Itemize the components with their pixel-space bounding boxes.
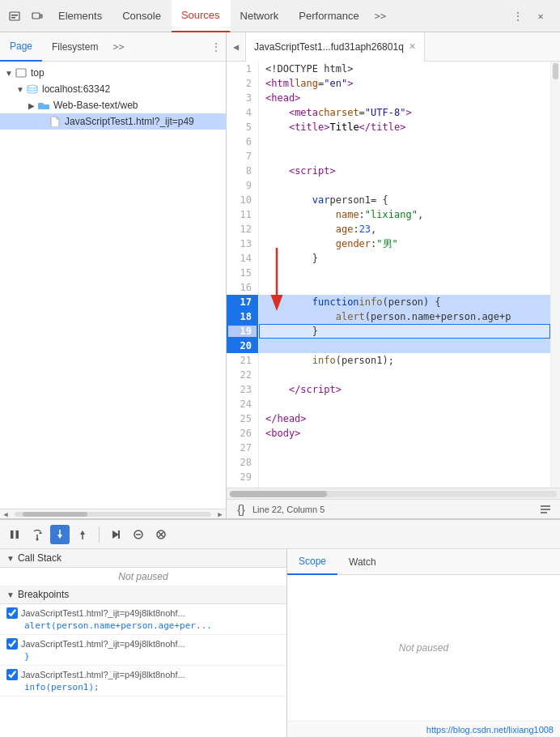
- line-num-5[interactable]: 5: [227, 120, 258, 134]
- tree-item-folder[interactable]: ▶ Web-Base-text/web: [0, 97, 226, 113]
- tree-arrow: ▼: [15, 85, 26, 94]
- line-num-4[interactable]: 4: [227, 105, 258, 120]
- line-num-3[interactable]: 3: [227, 91, 258, 105]
- code-line-20: [259, 339, 550, 353]
- format-btn[interactable]: {}: [233, 501, 249, 518]
- editor-tab-file[interactable]: JavaScriptTest1...fud31aph26801q ✕: [246, 32, 425, 62]
- tree-item-top[interactable]: ▼ top: [0, 65, 226, 81]
- more-left-tabs[interactable]: >>: [108, 32, 129, 62]
- horizontal-scrollbar[interactable]: [227, 488, 560, 499]
- tab-performance[interactable]: Performance: [289, 0, 369, 32]
- line-num-17[interactable]: 17: [227, 295, 258, 309]
- line-num-24[interactable]: 24: [227, 397, 258, 411]
- code-line-25: </head>: [259, 411, 550, 426]
- line-num-16[interactable]: 16: [227, 280, 258, 295]
- line-numbers: 1234567891011121314151617181920212223242…: [227, 62, 259, 488]
- line-num-18[interactable]: 18: [227, 309, 258, 324]
- vertical-scrollbar[interactable]: [550, 62, 560, 488]
- editor-nav-btn[interactable]: ◀: [227, 32, 246, 62]
- code-content[interactable]: <!DOCTYPE html><html lang="en"><head> <m…: [259, 62, 550, 488]
- line-num-20[interactable]: 20: [227, 339, 258, 353]
- code-line-29: [259, 470, 550, 484]
- breakpoints-list: JavaScriptTest1.html?_ijt=p49j8lkt8nohf.…: [0, 604, 286, 737]
- line-num-10[interactable]: 10: [227, 193, 258, 207]
- call-stack-status: Not paused: [118, 571, 168, 582]
- status-bar: {} Line 22, Column 5: [227, 499, 560, 518]
- breakpoints-header[interactable]: ▼ Breakpoints: [0, 586, 286, 604]
- line-num-28[interactable]: 28: [227, 455, 258, 470]
- line-num-11[interactable]: 11: [227, 207, 258, 222]
- svg-rect-2: [11, 17, 15, 19]
- line-num-13[interactable]: 13: [227, 236, 258, 251]
- tab-network[interactable]: Network: [231, 0, 290, 32]
- line-num-19[interactable]: 19: [227, 324, 258, 339]
- tab-console[interactable]: Console: [112, 0, 172, 32]
- not-paused-text: Not paused: [399, 642, 448, 654]
- line-num-26[interactable]: 26: [227, 426, 258, 441]
- line-num-12[interactable]: 12: [227, 222, 258, 236]
- tab-scope[interactable]: Scope: [287, 549, 337, 575]
- bottom-content: ▼ Call Stack Not paused ▼ Breakpoints Ja…: [0, 549, 560, 737]
- devtools-tabs: Elements Console Sources Network Perform…: [0, 0, 560, 32]
- url-link[interactable]: https://blog.csdn.net/lixiang1008: [426, 725, 554, 735]
- tab-sources[interactable]: Sources: [172, 0, 231, 32]
- svg-marker-17: [112, 530, 119, 539]
- continue-btn[interactable]: [106, 525, 125, 544]
- tab-elements[interactable]: Elements: [49, 0, 112, 32]
- tab-page[interactable]: Page: [0, 32, 42, 62]
- step-into-btn[interactable]: [50, 525, 70, 544]
- line-num-8[interactable]: 8: [227, 164, 258, 178]
- bp-filename-2: JavaScriptTest1.html?_ijt=p49j8lkt8nohf.…: [21, 639, 185, 649]
- editor-tab-label: JavaScriptTest1...fud31aph26801q: [254, 41, 404, 53]
- line-num-15[interactable]: 15: [227, 266, 258, 280]
- tree-item-file[interactable]: JavaScriptTest1.html?_ijt=p49: [0, 113, 226, 130]
- bp-checkbox-2[interactable]: [6, 638, 18, 650]
- line-num-9[interactable]: 9: [227, 178, 258, 193]
- step-out-btn[interactable]: [73, 525, 92, 544]
- line-num-23[interactable]: 23: [227, 382, 258, 397]
- pause-btn[interactable]: [5, 525, 24, 544]
- tab-watch[interactable]: Watch: [337, 549, 388, 575]
- console-drawer-btn[interactable]: [537, 501, 554, 518]
- left-panel-menu-btn[interactable]: ⋮: [206, 32, 226, 62]
- bp-checkbox-1[interactable]: [6, 607, 18, 619]
- tab-filesystem[interactable]: Filesystem: [42, 32, 108, 62]
- url-bar-container: https://blog.csdn.net/lixiang1008: [287, 721, 560, 737]
- line-num-27[interactable]: 27: [227, 441, 258, 455]
- scroll-right-arrow[interactable]: ▶: [214, 509, 226, 519]
- status-right: [537, 501, 554, 518]
- customize-btn[interactable]: ⋮: [508, 6, 528, 26]
- bp-checkbox-3[interactable]: [6, 669, 18, 680]
- line-num-2[interactable]: 2: [227, 76, 258, 91]
- line-num-1[interactable]: 1: [227, 62, 258, 76]
- step-over-btn[interactable]: [28, 525, 47, 544]
- scroll-left-arrow[interactable]: ◀: [0, 509, 11, 519]
- line-num-21[interactable]: 21: [227, 353, 258, 368]
- debug-toolbar: [0, 520, 560, 549]
- line-num-6[interactable]: 6: [227, 134, 258, 149]
- close-tab-btn[interactable]: ✕: [409, 41, 416, 52]
- folder-icon: [37, 99, 50, 112]
- call-stack-header[interactable]: ▼ Call Stack: [0, 549, 286, 568]
- left-scrollbar[interactable]: ◀ ▶: [0, 509, 226, 518]
- line-num-22[interactable]: 22: [227, 368, 258, 382]
- back-icon[interactable]: [3, 0, 26, 32]
- tree-label: Web-Base-text/web: [53, 100, 138, 111]
- main-area: Page Filesystem >> ⋮ ▼ top ▼ localhost:6…: [0, 32, 560, 518]
- line-num-25[interactable]: 25: [227, 411, 258, 426]
- tree-item-localhost[interactable]: ▼ localhost:63342: [0, 81, 226, 97]
- more-tabs-btn[interactable]: >>: [370, 0, 391, 32]
- responsive-icon[interactable]: [26, 0, 49, 32]
- code-line-7: [259, 149, 550, 164]
- tree-arrow: ▶: [26, 101, 37, 110]
- line-num-14[interactable]: 14: [227, 251, 258, 266]
- stop-btn[interactable]: [151, 525, 171, 544]
- call-stack-arrow: ▼: [6, 554, 15, 563]
- line-num-7[interactable]: 7: [227, 149, 258, 164]
- deactivate-btn[interactable]: [129, 525, 148, 544]
- code-line-4: <meta charset="UTF-8">: [259, 105, 550, 120]
- left-panel: Page Filesystem >> ⋮ ▼ top ▼ localhost:6…: [0, 32, 227, 518]
- line-num-29[interactable]: 29: [227, 470, 258, 484]
- close-devtools-btn[interactable]: ✕: [531, 6, 550, 26]
- svg-rect-18: [118, 530, 120, 539]
